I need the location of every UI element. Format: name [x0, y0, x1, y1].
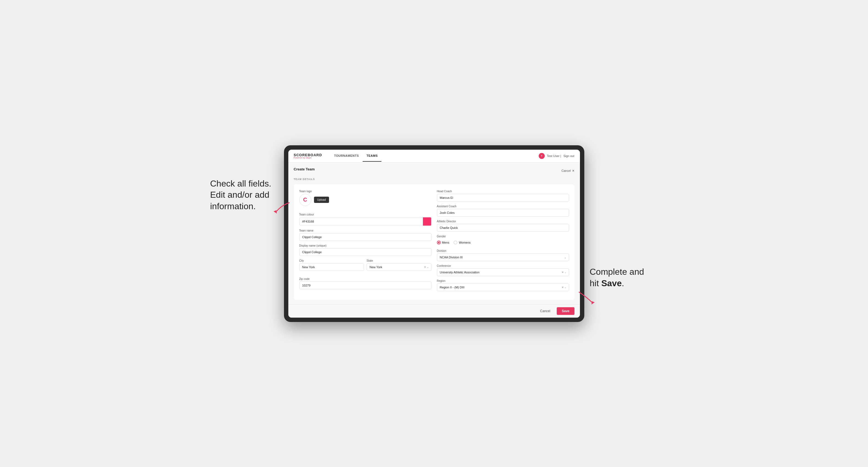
city-state-row: City State New York ✕ ⌄	[299, 259, 431, 274]
head-coach-input[interactable]	[437, 194, 569, 201]
colour-input-wrapper	[299, 217, 431, 226]
cancel-top-label: Cancel	[561, 169, 571, 172]
form-right-col: Head Coach Assistant Coach Athletic Dire…	[437, 190, 569, 294]
upload-button[interactable]: Upload	[314, 197, 329, 203]
nav-tournaments[interactable]: TOURNAMENTS	[330, 150, 363, 162]
region-select-wrapper: Region II - (M) DIII ✕ ⌄	[437, 283, 569, 291]
conference-group: Conference University Athletic Associati…	[437, 264, 569, 276]
logo-letter: C	[303, 197, 307, 203]
user-avatar: T	[539, 153, 545, 159]
region-group: Region Region II - (M) DIII ✕ ⌄	[437, 279, 569, 291]
logo-text: SCOREBOARD	[294, 153, 322, 157]
state-select-wrapper: New York ✕ ⌄	[367, 263, 431, 271]
gender-womens-label[interactable]: Womens	[454, 241, 470, 244]
form-container: Team logo C Upload Team colo	[294, 184, 575, 300]
annotation-left-line1: Check all fields.	[210, 179, 271, 188]
division-label: Division	[437, 249, 569, 252]
colour-text-input[interactable]	[299, 218, 423, 225]
athletic-director-input[interactable]	[437, 224, 569, 231]
arrow-left-icon	[268, 200, 295, 216]
section-header: TEAM DETAILS	[294, 178, 575, 181]
logo-subtext: Powered by clippd	[294, 157, 322, 159]
city-input[interactable]	[299, 263, 364, 271]
athletic-director-label: Athletic Director	[437, 220, 569, 223]
conference-select-wrapper: University Athletic Association ✕ ⌄	[437, 269, 569, 276]
annotation-right: Complete and hit Save.	[590, 266, 661, 289]
cancel-button[interactable]: Cancel	[536, 307, 554, 315]
head-coach-label: Head Coach	[437, 190, 569, 193]
gender-womens-text: Womens	[459, 241, 470, 244]
gender-group: Gender Mens Womens	[437, 235, 569, 246]
conference-label: Conference	[437, 264, 569, 268]
assistant-coach-group: Assistant Coach	[437, 205, 569, 217]
team-name-label: Team name	[299, 229, 431, 232]
tablet-screen: SCOREBOARD Powered by clippd TOURNAMENTS…	[288, 150, 580, 318]
close-icon: ✕	[572, 169, 575, 173]
assistant-coach-label: Assistant Coach	[437, 205, 569, 208]
conference-select[interactable]: University Athletic Association	[437, 269, 569, 276]
logo-area: C Upload	[299, 194, 431, 206]
svg-marker-1	[591, 301, 595, 305]
zip-input[interactable]	[299, 282, 431, 289]
logo-circle: C	[299, 194, 311, 206]
team-name-input[interactable]	[299, 233, 431, 241]
page-content: Create Team Cancel ✕ TEAM DETAILS Team l…	[288, 163, 580, 304]
annotation-right-line1: Complete and	[590, 267, 644, 277]
annotation-left-line2: Edit and/or add	[210, 190, 270, 199]
navbar: SCOREBOARD Powered by clippd TOURNAMENTS…	[288, 150, 580, 163]
colour-swatch[interactable]	[423, 217, 431, 226]
user-label: Test User |	[547, 154, 561, 158]
display-name-input[interactable]	[299, 248, 431, 256]
annotation-left-line3: information.	[210, 201, 256, 211]
form-grid: Team logo C Upload Team colo	[299, 190, 569, 294]
team-logo-group: Team logo C Upload	[299, 190, 431, 210]
zip-label: Zip code	[299, 277, 431, 280]
team-colour-label: Team colour	[299, 213, 431, 216]
gender-mens-radio[interactable]	[437, 241, 441, 244]
head-coach-group: Head Coach	[437, 190, 569, 201]
annotation-right-line2: hit	[590, 278, 601, 288]
gender-womens-radio[interactable]	[454, 241, 457, 244]
page-header-bar: Create Team Cancel ✕	[294, 167, 575, 175]
city-label: City	[299, 259, 364, 262]
form-left-col: Team logo C Upload Team colo	[299, 190, 431, 294]
page-title: Create Team	[294, 167, 315, 171]
state-group: State New York ✕ ⌄	[367, 259, 431, 271]
state-label: State	[367, 259, 431, 262]
signout-link[interactable]: Sign out	[563, 154, 574, 158]
svg-marker-0	[274, 210, 277, 214]
nav-teams[interactable]: TEAMS	[363, 150, 381, 162]
arrow-right-icon	[574, 289, 601, 306]
assistant-coach-input[interactable]	[437, 209, 569, 217]
division-select[interactable]: NCAA Division III	[437, 253, 569, 261]
state-select[interactable]: New York	[367, 263, 431, 271]
display-name-group: Display name (unique)	[299, 244, 431, 256]
gender-mens-label[interactable]: Mens	[437, 241, 450, 244]
team-logo-label: Team logo	[299, 190, 431, 193]
team-name-group: Team name	[299, 229, 431, 241]
tablet-frame: SCOREBOARD Powered by clippd TOURNAMENTS…	[284, 145, 584, 322]
division-group: Division NCAA Division III	[437, 249, 569, 261]
annotation-right-end: .	[622, 278, 624, 288]
athletic-director-group: Athletic Director	[437, 220, 569, 231]
division-select-wrapper: NCAA Division III	[437, 253, 569, 261]
team-colour-group: Team colour	[299, 213, 431, 226]
annotation-right-bold: Save	[601, 278, 622, 288]
nav-user-area: T Test User | Sign out	[539, 153, 575, 159]
cancel-top-link[interactable]: Cancel ✕	[561, 169, 574, 173]
app-logo: SCOREBOARD Powered by clippd	[294, 153, 322, 159]
gender-label: Gender	[437, 235, 569, 238]
region-select[interactable]: Region II - (M) DIII	[437, 283, 569, 291]
display-name-label: Display name (unique)	[299, 244, 431, 247]
zip-group: Zip code	[299, 277, 431, 289]
city-group: City	[299, 259, 364, 271]
save-button[interactable]: Save	[557, 307, 574, 315]
bottom-bar: Cancel Save	[288, 304, 580, 318]
nav-links: TOURNAMENTS TEAMS	[330, 150, 538, 162]
region-label: Region	[437, 279, 569, 282]
gender-mens-text: Mens	[442, 241, 450, 244]
gender-radio-group: Mens Womens	[437, 239, 569, 246]
